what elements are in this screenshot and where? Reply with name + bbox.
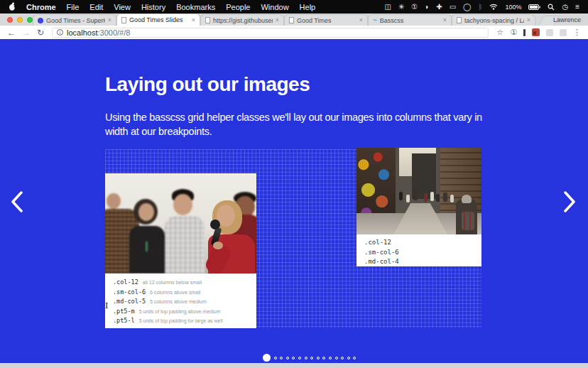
tab-good-times-slides[interactable]: Good Times Slides × [116, 13, 200, 26]
css-class-desc: all 12 columns below small [143, 280, 202, 285]
menu-item-edit[interactable]: Edit [89, 3, 103, 11]
photo-figure [107, 193, 121, 209]
tab-tachyons-spacing[interactable]: tachyons-spacing / Layou × [452, 14, 535, 26]
browser-toolbar: ← → ↻ i localhost:3000/#/8 ☆ ① ⋮ [0, 26, 588, 39]
pagination-dot[interactable] [286, 357, 289, 359]
next-slide-arrow[interactable] [562, 191, 577, 215]
subtitle-line: Using the basscss grid helper classes we… [105, 110, 482, 124]
pagination-dot[interactable] [329, 357, 332, 359]
subtitle-line: width at our breakpoints. [105, 124, 482, 139]
menu-item-view[interactable]: View [114, 3, 131, 11]
photo-figure [424, 193, 428, 202]
menu-item-window[interactable]: Window [261, 3, 288, 11]
menu-app-name[interactable]: Chrome [26, 3, 56, 11]
close-icon[interactable]: × [359, 17, 363, 23]
photo-figure [443, 193, 447, 202]
pagination-dot[interactable] [274, 357, 277, 359]
pagination-dot[interactable] [292, 357, 295, 359]
close-icon[interactable]: × [527, 17, 530, 23]
profile-name[interactable]: Lawrence [553, 16, 581, 23]
pagination-dot[interactable] [305, 357, 307, 359]
pagination-dot[interactable] [322, 357, 325, 359]
close-icon[interactable]: × [443, 17, 447, 23]
pagination-dot[interactable] [263, 354, 271, 362]
one-password-extension-icon[interactable]: ① [510, 28, 517, 36]
css-class-code: .md-col-5 [113, 298, 146, 305]
pagination-dot[interactable] [353, 357, 356, 359]
tab-good-times[interactable]: Good Times × [284, 14, 368, 26]
previous-slide-arrow[interactable] [10, 191, 24, 215]
site-info-icon[interactable]: i [57, 29, 63, 36]
figure-alley-photo: .col-12 .sm-col-6 .md-col-4 [356, 148, 481, 266]
back-icon[interactable]: ← [7, 28, 16, 37]
pagination-dot[interactable] [335, 357, 338, 359]
reload-icon[interactable]: ↻ [37, 28, 44, 37]
apple-logo-icon[interactable] [9, 2, 16, 12]
clock-icon[interactable]: ◷ [562, 3, 568, 11]
slide-viewport: Laying out our images Using the basscss … [0, 39, 588, 363]
bluetooth-icon[interactable]: ᛒ [478, 3, 482, 11]
document-favicon-icon [457, 17, 462, 23]
photo-figure [462, 212, 474, 230]
panel-discussion-image [105, 173, 256, 274]
battery-icon[interactable] [528, 4, 540, 10]
forward-icon[interactable]: → [22, 28, 31, 37]
pagination-dot[interactable] [298, 357, 301, 359]
battery-percent: 100% [505, 4, 521, 11]
tab-basscss[interactable]: ~ Basscss × [368, 14, 452, 26]
menu-item-help[interactable]: Help [300, 3, 316, 11]
url-text: localhost:3000/#/8 [67, 28, 130, 37]
url-host: localhost [67, 28, 97, 37]
notification-list-icon[interactable]: ≡ [575, 3, 579, 11]
red-extension-icon[interactable] [532, 28, 540, 36]
tab-label: Good Times - SuperHi [46, 17, 105, 24]
bookmark-star-icon[interactable]: ☆ [496, 28, 503, 36]
tab-good-times-superhi[interactable]: Good Times - SuperHi × [33, 14, 116, 26]
document-favicon-icon [289, 17, 294, 23]
menu-item-file[interactable]: File [67, 3, 80, 11]
slide-subtitle: Using the basscss grid helper classes we… [105, 110, 482, 139]
url-path: :3000/#/8 [97, 28, 130, 37]
menu-item-bookmarks[interactable]: Bookmarks [176, 3, 215, 11]
css-class-code: .pt5-l [113, 317, 135, 324]
pagination-dot[interactable] [341, 357, 344, 359]
droplet-icon[interactable]: ◗ [425, 3, 429, 11]
pagination-dot[interactable] [310, 357, 313, 359]
document-favicon-icon [121, 17, 126, 23]
close-icon[interactable]: × [192, 17, 195, 23]
disabled-extension-icon[interactable] [546, 29, 553, 36]
photo-figure [213, 242, 223, 249]
pagination-dot[interactable] [317, 357, 320, 359]
menu-item-history[interactable]: History [141, 3, 165, 11]
css-class-code: .md-col-4 [364, 258, 399, 265]
minimize-window-button[interactable] [17, 17, 23, 23]
circle-icon[interactable]: ◯ [463, 3, 471, 11]
photo-figure [436, 194, 440, 202]
tab-gist[interactable]: https://gist.githubusercon × [200, 14, 284, 26]
microphone-shape [210, 220, 220, 229]
address-bar[interactable]: i localhost:3000/#/8 [52, 28, 489, 38]
photo-figure [146, 242, 148, 251]
css-class-desc: 5 columns above medium [150, 299, 207, 304]
one-password-icon[interactable]: ① [411, 3, 418, 11]
search-icon[interactable] [548, 4, 555, 11]
css-class-code: .sm-col-6 [113, 288, 146, 296]
close-window-button[interactable] [7, 17, 13, 23]
close-icon[interactable]: × [276, 17, 279, 23]
photo-figure [450, 195, 454, 202]
window-icon[interactable]: ▭ [450, 3, 456, 11]
menu-item-people[interactable]: People [226, 3, 250, 11]
tab-label: Basscss [380, 17, 440, 24]
pagination-dot[interactable] [347, 357, 350, 359]
display-icon[interactable]: ◫ [384, 3, 391, 11]
close-icon[interactable]: × [108, 17, 111, 23]
plus-icon[interactable]: ✚ [436, 3, 442, 11]
bar-extension-icon[interactable] [523, 29, 526, 36]
zoom-window-button[interactable] [27, 17, 33, 23]
photo-figure [138, 203, 154, 221]
gear-icon[interactable]: ✳ [398, 3, 404, 11]
wifi-icon[interactable] [489, 4, 498, 10]
disabled-extension-icon[interactable] [560, 29, 567, 36]
pagination-dot[interactable] [280, 357, 283, 359]
kebab-menu-icon[interactable]: ⋮ [573, 28, 581, 36]
